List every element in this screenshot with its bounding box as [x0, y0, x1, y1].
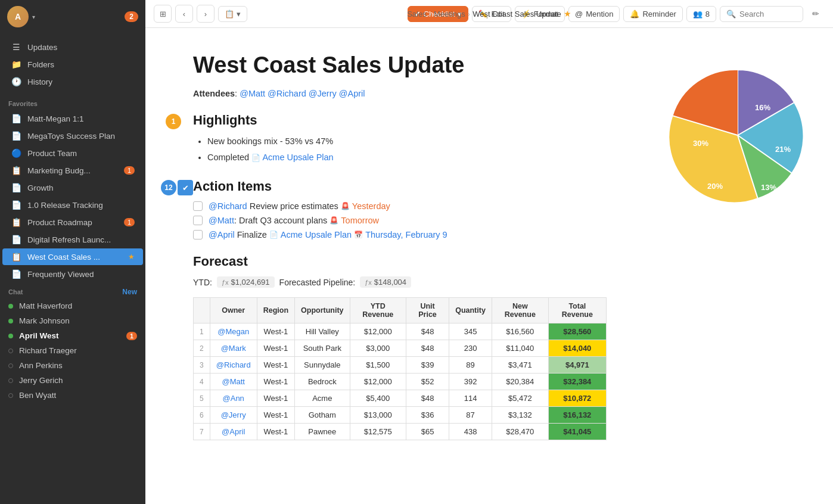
checkbox-1[interactable] [193, 201, 203, 211]
chat-item-matt[interactable]: Matt Haverford [0, 298, 145, 313]
product-roadmap-badge: 1 [124, 218, 135, 226]
chat-item-richard[interactable]: Richard Traeger [0, 343, 145, 358]
col-new-rev: New Revenue [492, 298, 548, 323]
row-region: West-1 [257, 374, 294, 390]
doc-area: West Coast Sales Update Attendees: @Matt… [145, 28, 833, 504]
forecast-values: YTD: ƒx $1,024,691 Forecasted Pipeline: … [193, 276, 607, 288]
col-num [194, 298, 210, 323]
compose-button[interactable]: ✏ [807, 5, 825, 23]
doc-icon: 📄 [11, 114, 21, 123]
doc-content: West Coast Sales Update Attendees: @Matt… [145, 28, 642, 504]
history-icon: 🕐 [11, 77, 21, 86]
search-box[interactable]: 🔍 [720, 6, 803, 22]
chevron-down-icon[interactable]: ▾ [32, 14, 35, 20]
forward-button[interactable]: › [197, 5, 215, 23]
row-num: 2 [194, 340, 210, 357]
updates-icon: ☰ [11, 42, 21, 52]
pie-label-13: 13% [761, 183, 776, 192]
col-ytd: YTD Revenue [350, 298, 406, 323]
sidebar-header: A ▾ 2 [0, 0, 145, 33]
action-mention-3: @April [209, 230, 235, 239]
star-favorite-icon[interactable]: ★ [564, 9, 571, 18]
star-icon: ★ [128, 253, 135, 261]
topbar-controls: ⊞ ‹ › 📋 ▾ Sales › Meetings › West Coast … [154, 5, 825, 23]
sidebar-item-west-coast[interactable]: 📋 West Coast Sales ... ★ [2, 248, 143, 265]
acme-link-2[interactable]: Acme Upsale Plan [281, 230, 352, 239]
breadcrumb-meetings[interactable]: Meetings [434, 10, 465, 18]
row-owner: @Megan [210, 323, 257, 340]
sidebar-item-marketing-budget[interactable]: 📋 Marketing Budg... 1 [2, 162, 143, 179]
row-unit: $36 [406, 407, 449, 424]
reminder-button[interactable]: 🔔 Reminder [623, 6, 682, 22]
chat-item-ben[interactable]: Ben Wyatt [0, 388, 145, 403]
row-unit: $65 [406, 424, 449, 440]
sidebar-item-growth[interactable]: 📄 Growth [2, 179, 143, 196]
row-total: $16,132 [548, 407, 606, 424]
doc-icon: 📄 [11, 131, 21, 141]
breadcrumb-sales[interactable]: Sales [407, 10, 427, 18]
members-button[interactable]: 👥 8 [686, 6, 716, 22]
row-qty: 438 [449, 424, 492, 440]
row-new-rev: $3,471 [492, 357, 548, 374]
online-dot [8, 334, 13, 338]
sidebar-item-digital-refresh[interactable]: 📄 Digital Refresh Launc... [2, 231, 143, 248]
sidebar-nav: ☰ Updates 📁 Folders 🕐 History [0, 33, 145, 95]
highlights-list: New bookings mix - 53% vs 47% Completed … [193, 135, 607, 165]
offline-dot [8, 363, 13, 368]
checkbox-2[interactable] [193, 216, 203, 225]
row-qty: 114 [449, 390, 492, 407]
notification-badge[interactable]: 2 [125, 11, 138, 22]
chat-item-mark[interactable]: Mark Johnson [0, 313, 145, 328]
action-mention-2: @Matt [209, 216, 234, 225]
sidebar-item-release-tracking[interactable]: 📄 1.0 Release Tracking [2, 197, 143, 213]
row-unit: $39 [406, 357, 449, 374]
row-opportunity: Bedrock [295, 374, 350, 390]
doc-title: West Coast Sales Update [193, 52, 607, 79]
row-total: $4,971 [548, 357, 606, 374]
sidebar-item-matt-megan[interactable]: 📄 Matt-Megan 1:1 [2, 110, 143, 127]
alarm-icon: 🚨 [341, 202, 350, 210]
row-owner: @Richard [210, 357, 257, 374]
template-button[interactable]: 📋 ▾ [218, 6, 247, 22]
chat-item-ann[interactable]: Ann Perkins [0, 358, 145, 373]
acme-link[interactable]: Acme Upsale Plan [262, 153, 333, 162]
due-tomorrow: Tomorrow [341, 216, 379, 225]
row-ytd: $12,000 [350, 323, 406, 340]
mention-button[interactable]: @ Mention [568, 6, 620, 22]
pipeline-value-pill: ƒx $148,004 [360, 276, 411, 288]
highlights-section: 1 Highlights New bookings mix - 53% vs 4… [193, 113, 607, 165]
sidebar-item-megatoys[interactable]: 📄 MegaToys Success Plan [2, 127, 143, 144]
row-total: $10,872 [548, 390, 606, 407]
sidebar-item-frequently-viewed[interactable]: 📄 Frequently Viewed [2, 266, 143, 282]
avatar[interactable]: A [7, 6, 29, 27]
circle-icon: 🔵 [11, 148, 21, 158]
sidebar-item-updates[interactable]: ☰ Updates [2, 39, 143, 55]
pie-label-30: 30% [693, 139, 708, 148]
sidebar-item-folders[interactable]: 📁 Folders [2, 56, 143, 73]
row-total: $14,040 [548, 340, 606, 357]
checkbox-3[interactable] [193, 230, 203, 239]
attendees-line: Attendees: @Matt @Richard @Jerry @April [193, 89, 607, 98]
chat-item-jerry[interactable]: Jerry Gerich [0, 373, 145, 388]
back-button[interactable]: ‹ [175, 5, 193, 23]
breadcrumb-current: West Coast Sales Update [473, 10, 561, 18]
row-opportunity: Acme [295, 390, 350, 407]
chat-item-april[interactable]: April West 1 [0, 328, 145, 343]
chat-new-button[interactable]: New [122, 288, 137, 296]
sidebar-item-product-team[interactable]: 🔵 Product Team [2, 145, 143, 161]
sidebar-item-product-roadmap[interactable]: 📋 Product Roadmap 1 [2, 214, 143, 231]
pie-chart: 16% 21% 13% 20% 30% [666, 64, 809, 207]
row-owner: @April [210, 424, 257, 440]
row-owner: @Ann [210, 390, 257, 407]
toggle-sidebar-button[interactable]: ⊞ [154, 5, 172, 23]
breadcrumb: Sales › Meetings › West Coast Sales Upda… [407, 9, 571, 18]
table-row: 5 @Ann West-1 Acme $5,400 $48 114 $5,472… [194, 390, 607, 407]
row-total: $28,560 [548, 323, 606, 340]
table-row: 7 @April West-1 Pawnee $12,575 $65 438 $… [194, 424, 607, 440]
sidebar-item-history[interactable]: 🕐 History [2, 73, 143, 90]
forecast-section: Forecast YTD: ƒx $1,024,691 Forecasted P… [193, 254, 607, 440]
search-input[interactable] [739, 10, 787, 18]
row-num: 6 [194, 407, 210, 424]
list-item: Completed 📄 Acme Upsale Plan [207, 151, 607, 164]
online-dot [8, 319, 13, 323]
